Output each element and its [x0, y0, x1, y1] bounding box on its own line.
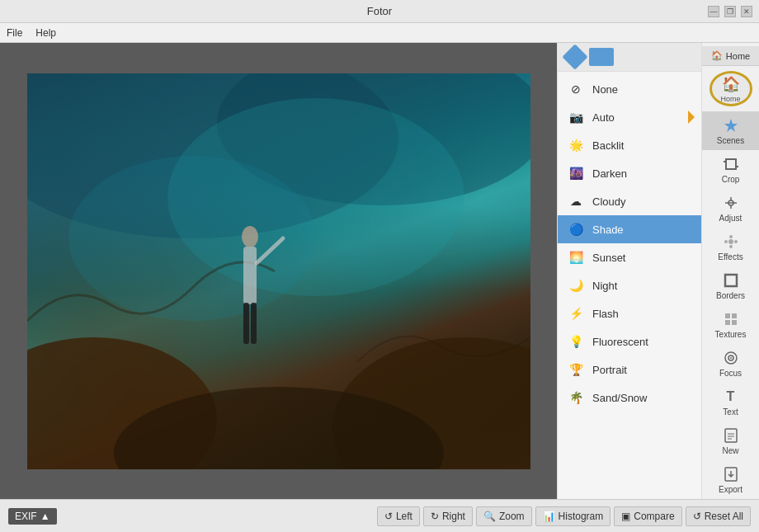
zoom-icon: 🔍 [483, 511, 496, 522]
tab-blue-rect[interactable] [589, 48, 614, 66]
reset-label: Reset All [705, 511, 743, 522]
left-label: Left [396, 511, 412, 522]
new-icon [722, 426, 740, 445]
scene-sand-snow-label: Sand/Snow [592, 392, 648, 404]
left-button[interactable]: ↺ Left [377, 506, 420, 526]
main-layout: ⊘ None 📷 Auto 🌟 Backlit 🌆 Darken ☁ Cloud… [0, 43, 759, 499]
adjust-label: Adjust [719, 214, 742, 223]
bottom-toolbar: EXIF ▲ ↺ Left ↻ Right 🔍 Zoom 📊 Histogram… [0, 499, 759, 532]
menu-file[interactable]: File [7, 27, 22, 39]
svg-rect-32 [725, 429, 737, 442]
tool-export[interactable]: Export [702, 460, 759, 499]
scene-fluorescent-label: Fluorescent [592, 336, 648, 348]
home-button[interactable]: 🏠 Home [702, 46, 759, 66]
tool-focus[interactable]: Focus [702, 344, 759, 383]
scene-flash-label: Flash [592, 308, 619, 320]
zoom-button[interactable]: 🔍 Zoom [476, 506, 532, 526]
menu-help[interactable]: Help [35, 27, 56, 39]
scenes-header [558, 43, 701, 72]
scene-sunset[interactable]: 🌅 Sunset [558, 243, 701, 271]
restore-button[interactable]: ❐ [724, 6, 736, 17]
histogram-button[interactable]: 📊 Histogram [535, 506, 611, 526]
tool-new[interactable]: New [702, 421, 759, 460]
scene-cloudy[interactable]: ☁ Cloudy [558, 187, 701, 215]
scene-sand-snow-icon: 🌴 [568, 389, 584, 406]
tool-textures[interactable]: Textures [702, 305, 759, 344]
scene-sunset-label: Sunset [592, 252, 625, 264]
effects-label: Effects [718, 252, 742, 261]
scene-portrait-label: Portrait [592, 364, 627, 376]
textures-label: Textures [715, 330, 747, 339]
scene-fluorescent[interactable]: 💡 Fluorescent [558, 327, 701, 355]
new-label: New [722, 446, 738, 455]
svg-point-6 [68, 156, 316, 321]
scene-none-icon: ⊘ [568, 81, 584, 97]
tab-diamond[interactable] [562, 44, 587, 69]
svg-rect-12 [726, 159, 736, 169]
scene-auto-label: Auto [592, 111, 615, 124]
tool-effects[interactable]: Effects [702, 228, 759, 266]
right-sidebar: 🏠 Home 🏠 Home Scenes Crop Adjust [701, 43, 759, 499]
right-button[interactable]: ↻ Right [423, 506, 473, 526]
scene-night-icon: 🌙 [568, 277, 584, 294]
svg-point-8 [242, 226, 258, 247]
crop-label: Crop [722, 175, 740, 184]
window-controls: — ❐ ✕ [708, 6, 752, 17]
scene-darken-label: Darken [592, 167, 627, 180]
reset-icon: ↺ [693, 511, 701, 522]
exif-arrow: ▲ [40, 511, 50, 522]
home-circle[interactable]: 🏠 Home [710, 71, 752, 106]
svg-rect-28 [732, 320, 737, 325]
svg-point-21 [729, 245, 733, 248]
tool-crop[interactable]: Crop [702, 150, 759, 189]
home-circle-label: Home [720, 95, 740, 103]
scenes-list: ⊘ None 📷 Auto 🌟 Backlit 🌆 Darken ☁ Cloud… [558, 72, 701, 499]
home-icon: 🏠 [711, 50, 723, 61]
scene-none[interactable]: ⊘ None [558, 75, 701, 103]
svg-rect-10 [243, 303, 249, 344]
scene-darken[interactable]: 🌆 Darken [558, 159, 701, 187]
app-title: Fotor [367, 5, 392, 17]
focus-icon [722, 349, 740, 367]
histogram-icon: 📊 [543, 511, 555, 522]
scene-sand-snow[interactable]: 🌴 Sand/Snow [558, 384, 701, 412]
scene-portrait[interactable]: 🏆 Portrait [558, 355, 701, 384]
scene-flash[interactable]: ⚡ Flash [558, 299, 701, 327]
svg-rect-7 [243, 247, 257, 304]
svg-rect-11 [251, 303, 257, 344]
svg-point-22 [724, 240, 728, 243]
scene-shade[interactable]: 🔵 Shade [558, 215, 701, 243]
histogram-label: Histogram [559, 511, 604, 522]
reset-all-button[interactable]: ↺ Reset All [686, 506, 751, 526]
effects-icon [722, 233, 740, 251]
tool-text[interactable]: T Text [702, 383, 759, 421]
svg-rect-25 [725, 313, 730, 318]
scene-night[interactable]: 🌙 Night [558, 271, 701, 299]
close-button[interactable]: ✕ [741, 6, 752, 17]
scene-fluorescent-icon: 💡 [568, 333, 584, 350]
svg-point-19 [728, 239, 733, 244]
tool-adjust[interactable]: Adjust [702, 189, 759, 228]
scene-backlit[interactable]: 🌟 Backlit [558, 131, 701, 159]
text-icon: T [722, 388, 740, 406]
left-icon: ↺ [384, 511, 393, 522]
scene-flash-icon: ⚡ [568, 305, 584, 322]
svg-point-23 [734, 240, 738, 243]
scenes-panel: ⊘ None 📷 Auto 🌟 Backlit 🌆 Darken ☁ Cloud… [557, 43, 701, 499]
tool-borders[interactable]: Borders [702, 266, 759, 305]
tool-scenes[interactable]: Scenes [702, 111, 759, 150]
compare-label: Compare [634, 511, 674, 522]
home-label: Home [726, 51, 750, 61]
scenes-icon [722, 116, 740, 134]
exif-button[interactable]: EXIF ▲ [8, 508, 57, 525]
right-label: Right [442, 511, 465, 522]
scene-backlit-label: Backlit [592, 139, 624, 152]
auto-marker [688, 111, 695, 124]
menu-bar: File Help [0, 23, 759, 43]
crop-icon [722, 155, 740, 173]
scene-portrait-icon: 🏆 [568, 361, 584, 378]
compare-button[interactable]: ▣ Compare [614, 506, 681, 526]
scene-auto[interactable]: 📷 Auto [558, 103, 701, 131]
zoom-label: Zoom [499, 511, 525, 522]
minimize-button[interactable]: — [708, 6, 719, 17]
